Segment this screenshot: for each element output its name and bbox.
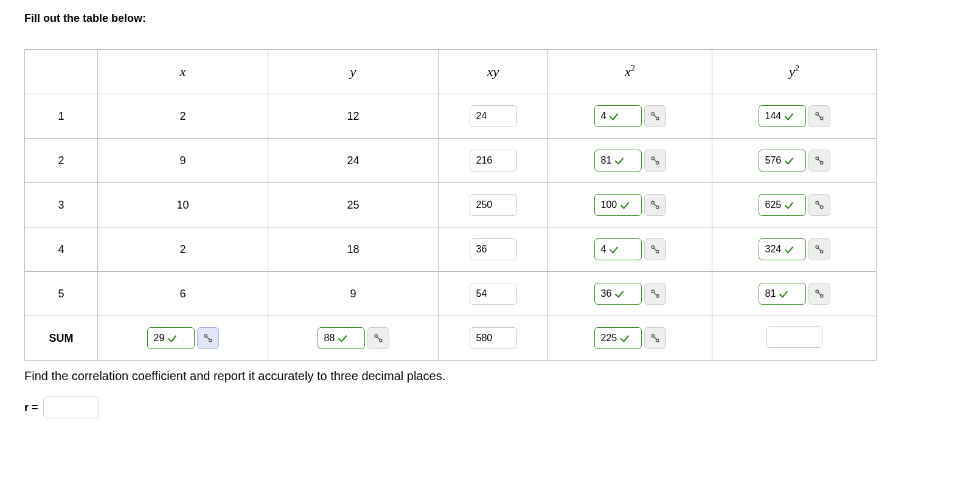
- equation-editor-icon[interactable]: [808, 194, 830, 216]
- svg-line-14: [653, 204, 656, 206]
- cell-sum-x: 29: [98, 316, 268, 361]
- answer-input[interactable]: 250: [470, 194, 517, 216]
- cell-y: 18: [268, 227, 439, 272]
- svg-line-26: [653, 293, 656, 295]
- answer-input[interactable]: 36: [470, 238, 517, 260]
- checkmark-icon: [619, 200, 630, 211]
- answer-input[interactable]: [766, 326, 822, 348]
- cell-x: 6: [98, 272, 268, 316]
- cell-x2: 4: [548, 94, 712, 139]
- checkmark-icon: [614, 156, 625, 167]
- cell-x2: 4: [548, 227, 712, 272]
- row-index: 4: [25, 227, 98, 272]
- svg-line-11: [818, 159, 820, 162]
- answer-input[interactable]: 36: [594, 283, 642, 305]
- answer-input[interactable]: 88: [318, 327, 365, 349]
- checkmark-icon: [614, 289, 625, 300]
- cell-x: 2: [98, 227, 268, 272]
- cell-y2: 324: [712, 227, 877, 272]
- cell-xy: 216: [439, 139, 548, 183]
- answer-input[interactable]: 54: [470, 283, 517, 305]
- sum-label: SUM: [25, 316, 98, 361]
- cell-y2: 81: [712, 272, 877, 316]
- answer-input[interactable]: 625: [759, 194, 806, 216]
- answer-input[interactable]: 144: [759, 105, 806, 127]
- equation-editor-icon[interactable]: [644, 238, 666, 260]
- equation-editor-icon[interactable]: [644, 105, 666, 127]
- equation-editor-icon[interactable]: [808, 238, 830, 260]
- row-index: 2: [25, 139, 98, 183]
- cell-sum-y2: [712, 316, 877, 361]
- cell-xy: 250: [439, 183, 548, 227]
- svg-line-32: [206, 337, 209, 339]
- checkmark-icon: [784, 244, 794, 255]
- answer-input[interactable]: 216: [470, 150, 517, 171]
- svg-line-5: [818, 115, 820, 117]
- equation-editor-icon[interactable]: [644, 283, 666, 305]
- checkmark-icon: [608, 244, 619, 255]
- cell-x2: 81: [548, 139, 712, 183]
- answer-input[interactable]: 580: [470, 327, 517, 349]
- equation-editor-icon[interactable]: [367, 327, 389, 349]
- answer-input[interactable]: 81: [759, 283, 806, 305]
- table-row-sum: SUM2988580225: [25, 316, 877, 361]
- equation-editor-icon[interactable]: [808, 150, 830, 171]
- checkmark-icon: [784, 200, 794, 211]
- header-y: y: [268, 50, 439, 94]
- cell-xy: 24: [439, 94, 548, 139]
- header-x: x: [98, 50, 268, 94]
- answer-input[interactable]: 24: [470, 105, 517, 127]
- answer-input[interactable]: 100: [594, 194, 642, 216]
- answer-input[interactable]: 4: [594, 238, 642, 260]
- equation-editor-icon[interactable]: [644, 327, 666, 349]
- equation-editor-icon[interactable]: [808, 105, 830, 127]
- svg-line-8: [653, 159, 656, 162]
- table-row: 1212244144: [25, 94, 877, 139]
- svg-line-38: [653, 337, 656, 339]
- instruction-2: Find the correlation coefficient and rep…: [24, 369, 956, 383]
- cell-x: 10: [98, 183, 268, 227]
- svg-line-35: [377, 337, 379, 339]
- svg-line-23: [818, 248, 820, 251]
- equation-editor-icon[interactable]: [197, 327, 219, 349]
- checkmark-icon: [784, 156, 794, 167]
- svg-line-2: [653, 115, 656, 117]
- row-index: 3: [25, 183, 98, 227]
- answer-input[interactable]: 225: [594, 327, 642, 349]
- table-row: 4218364324: [25, 227, 877, 272]
- checkmark-icon: [784, 111, 794, 122]
- data-table: x y xy x2 y2 121224414429242168157631025…: [24, 49, 877, 361]
- cell-sum-x2: 225: [548, 316, 712, 361]
- checkmark-icon: [619, 333, 630, 344]
- answer-input[interactable]: 81: [594, 150, 642, 171]
- table-row: 31025250100625: [25, 183, 877, 227]
- cell-x2: 100: [548, 183, 712, 227]
- cell-y: 9: [268, 272, 439, 316]
- r-input[interactable]: [43, 397, 99, 418]
- equation-editor-icon[interactable]: [808, 283, 830, 305]
- instruction-text: Fill out the table below:: [24, 12, 956, 25]
- header-x2: x2: [548, 50, 712, 94]
- table-row: 292421681576: [25, 139, 877, 183]
- cell-x2: 36: [548, 272, 712, 316]
- answer-input[interactable]: 29: [147, 327, 195, 349]
- cell-y2: 576: [712, 139, 877, 183]
- answer-input[interactable]: 324: [759, 238, 806, 260]
- equation-editor-icon[interactable]: [644, 194, 666, 216]
- cell-sum-xy: 580: [439, 316, 548, 361]
- answer-input[interactable]: 576: [759, 150, 806, 171]
- cell-x: 9: [98, 139, 268, 183]
- cell-y2: 625: [712, 183, 877, 227]
- table-row: 569543681: [25, 272, 877, 316]
- svg-line-29: [818, 293, 820, 295]
- svg-line-20: [653, 248, 656, 251]
- svg-line-17: [818, 204, 820, 206]
- checkmark-icon: [337, 333, 348, 344]
- header-y2: y2: [712, 50, 877, 94]
- cell-xy: 36: [439, 227, 548, 272]
- equation-editor-icon[interactable]: [644, 150, 666, 171]
- header-xy: xy: [439, 50, 548, 94]
- answer-input[interactable]: 4: [594, 105, 642, 127]
- row-index: 1: [25, 94, 98, 139]
- cell-y: 12: [268, 94, 439, 139]
